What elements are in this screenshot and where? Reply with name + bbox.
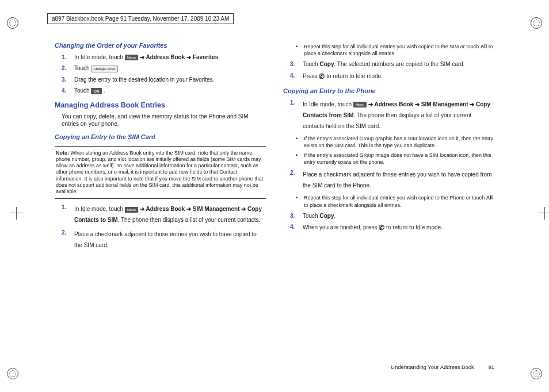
arrow-icon: ➔ xyxy=(415,101,420,107)
crop-mark-icon xyxy=(7,368,18,379)
heading-copy-to-sim: Copying an Entry to the SIM Card xyxy=(55,133,266,141)
list-number: 2. xyxy=(290,169,303,191)
list-item: Touch OK . xyxy=(74,87,266,95)
list-number: 4. xyxy=(290,223,303,232)
right-column: Repeat this step for all individual entr… xyxy=(283,40,494,363)
list-item: In Idle mode, touch Menu ➔ Address Book … xyxy=(74,203,266,225)
list-item: In Idle mode, touch Menu ➔ Address Book … xyxy=(303,99,494,132)
arrow-icon: ➔ xyxy=(241,206,246,212)
list-item: In Idle mode, touch Menu ➔ Address Book … xyxy=(74,53,266,62)
list-item: Place a checkmark adjacent to those entr… xyxy=(74,229,266,251)
framemaker-header: a897 Blackbox.book Page 91 Tuesday, Nove… xyxy=(47,13,234,24)
list-number: 3. xyxy=(62,76,74,84)
list-item: Drag the entry to the desired location i… xyxy=(74,76,266,84)
footer-text: Understanding Your Address Book xyxy=(391,364,474,370)
menu-icon: Menu xyxy=(353,102,367,107)
crop-cross-icon xyxy=(539,207,549,220)
change-order-icon: Change Order xyxy=(91,66,117,72)
page-number: 91 xyxy=(488,364,494,370)
list-item: When you are finished, press ✆ to return… xyxy=(303,223,494,232)
list-number: 2. xyxy=(62,64,74,72)
arrow-icon: ➔ xyxy=(140,54,144,60)
list-number: 4. xyxy=(290,72,303,81)
list-number: 4. xyxy=(62,87,74,95)
list-number: 1. xyxy=(62,203,74,225)
end-call-icon: ✆ xyxy=(379,223,384,232)
list-item: Press ✆ to return to Idle mode. xyxy=(303,72,494,81)
arrow-icon: ➔ xyxy=(470,101,474,107)
page-body: Changing the Order of your Favorites 1. … xyxy=(55,40,494,363)
heading-copy-to-phone: Copying an Entry to the Phone xyxy=(283,87,494,95)
ok-icon: OK xyxy=(91,88,102,94)
arrow-icon: ➔ xyxy=(140,206,144,212)
list-number: 3. xyxy=(290,60,303,68)
list-number: 1. xyxy=(62,53,74,62)
list-number: 3. xyxy=(290,212,303,220)
bullet-item: If the entry's associated Group image do… xyxy=(296,152,494,166)
heading-change-order: Changing the Order of your Favorites xyxy=(55,41,266,50)
bullet-item: If the entry's associated Group graphic … xyxy=(296,135,494,149)
list-item: Touch Copy. The selected numbers are cop… xyxy=(303,60,494,68)
crop-mark-icon xyxy=(7,17,18,29)
list-item: Place a checkmark adjacent to those entr… xyxy=(303,169,494,191)
note-label: Note: xyxy=(56,150,69,156)
crop-mark-icon xyxy=(531,17,542,29)
heading-managing-entries: Managing Address Book Entries xyxy=(55,101,266,110)
crop-mark-icon xyxy=(531,368,542,379)
menu-icon: Menu xyxy=(125,207,138,213)
left-column: Changing the Order of your Favorites 1. … xyxy=(55,40,266,363)
list-number: 1. xyxy=(290,99,303,132)
list-item: Touch Change Order . xyxy=(74,64,266,72)
page-footer: Understanding Your Address Book 91 xyxy=(391,364,494,370)
list-item: Touch Copy. xyxy=(303,212,494,220)
note-text: When storing an Address Book entry into … xyxy=(56,150,263,195)
arrow-icon: ➔ xyxy=(186,206,191,212)
list-number: 2. xyxy=(62,229,74,251)
end-call-icon: ✆ xyxy=(319,72,325,81)
arrow-icon: ➔ xyxy=(186,54,191,60)
arrow-icon: ➔ xyxy=(368,101,373,107)
crop-cross-icon xyxy=(10,207,23,220)
menu-icon: Menu xyxy=(125,55,138,60)
bullet-item: Repeat this step for all individual entr… xyxy=(296,194,494,208)
bullet-item: Repeat this step for all individual entr… xyxy=(296,43,494,57)
paragraph: You can copy, delete, and view the memor… xyxy=(55,113,266,128)
note-block: Note: When storing an Address Book entry… xyxy=(55,146,266,199)
